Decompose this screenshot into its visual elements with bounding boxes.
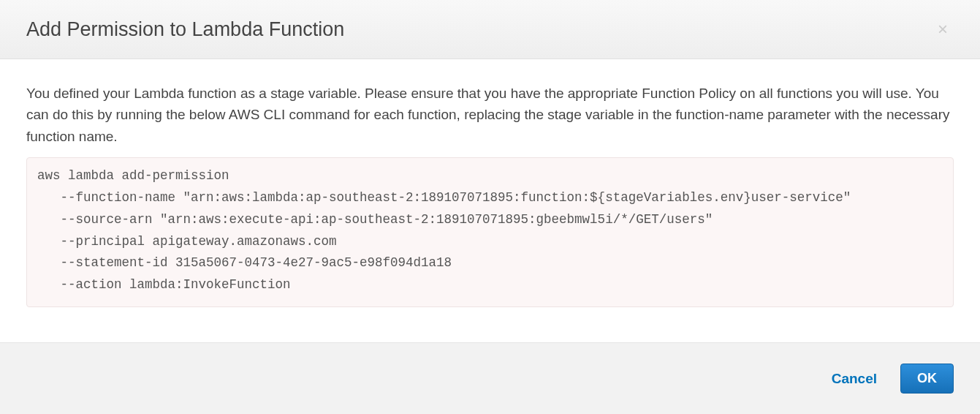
modal-header: Add Permission to Lambda Function ×: [0, 0, 980, 59]
cancel-button[interactable]: Cancel: [829, 365, 880, 393]
description-text: You defined your Lambda function as a st…: [26, 83, 954, 147]
modal-body: You defined your Lambda function as a st…: [0, 59, 980, 342]
modal-footer: Cancel OK: [0, 342, 980, 414]
modal-title: Add Permission to Lambda Function: [26, 18, 344, 41]
ok-button[interactable]: OK: [900, 364, 954, 394]
close-icon[interactable]: ×: [932, 18, 954, 41]
permission-modal: Add Permission to Lambda Function × You …: [0, 0, 980, 414]
cli-command-code: aws lambda add-permission --function-nam…: [26, 157, 954, 307]
